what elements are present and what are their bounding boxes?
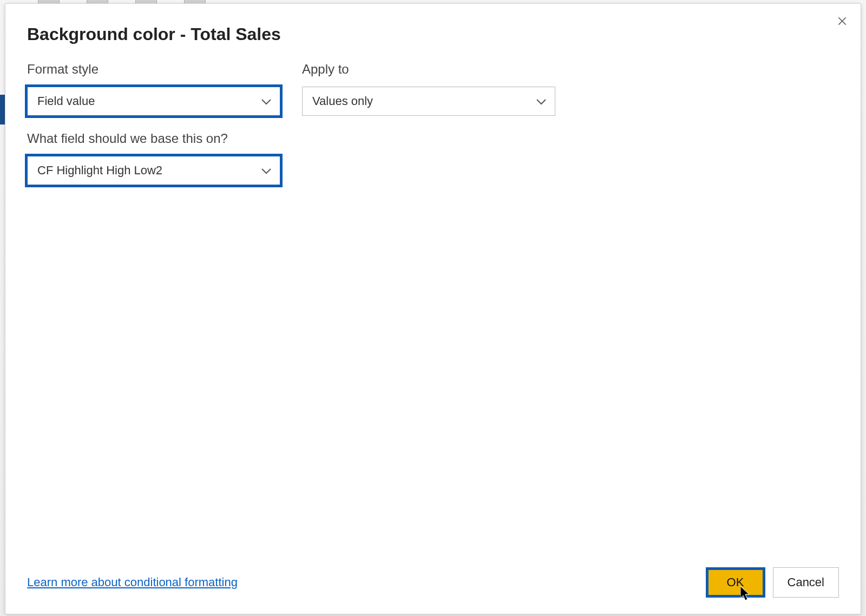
cancel-button[interactable]: Cancel xyxy=(773,567,839,598)
chevron-down-icon xyxy=(261,94,271,108)
apply-to-value: Values only xyxy=(312,94,373,108)
based-on-group: What field should we base this on? CF Hi… xyxy=(27,131,280,185)
learn-more-link[interactable]: Learn more about conditional formatting xyxy=(27,575,238,589)
chevron-down-icon xyxy=(261,163,271,178)
apply-to-label: Apply to xyxy=(302,62,555,77)
based-on-value: CF Highlight High Low2 xyxy=(37,163,162,178)
format-style-group: Format style Field value xyxy=(27,62,280,116)
apply-to-group: Apply to Values only xyxy=(302,62,555,116)
format-style-value: Field value xyxy=(37,94,95,108)
dialog-buttons: OK Cancel xyxy=(706,567,839,598)
dialog-footer: Learn more about conditional formatting … xyxy=(27,562,839,598)
dialog-title: Background color - Total Sales xyxy=(27,24,839,44)
close-button[interactable] xyxy=(834,14,851,31)
form-row-1: Format style Field value Apply to Values… xyxy=(27,62,839,116)
close-icon xyxy=(837,16,848,29)
form-row-2: What field should we base this on? CF Hi… xyxy=(27,131,839,185)
apply-to-dropdown[interactable]: Values only xyxy=(302,87,555,116)
conditional-formatting-dialog: Background color - Total Sales Format st… xyxy=(5,3,861,614)
ok-button[interactable]: OK xyxy=(706,567,765,598)
based-on-dropdown[interactable]: CF Highlight High Low2 xyxy=(27,156,280,185)
chevron-down-icon xyxy=(536,94,546,108)
format-style-dropdown[interactable]: Field value xyxy=(27,87,280,116)
format-style-label: Format style xyxy=(27,62,280,77)
dialog-spacer xyxy=(27,200,839,562)
based-on-label: What field should we base this on? xyxy=(27,131,280,146)
